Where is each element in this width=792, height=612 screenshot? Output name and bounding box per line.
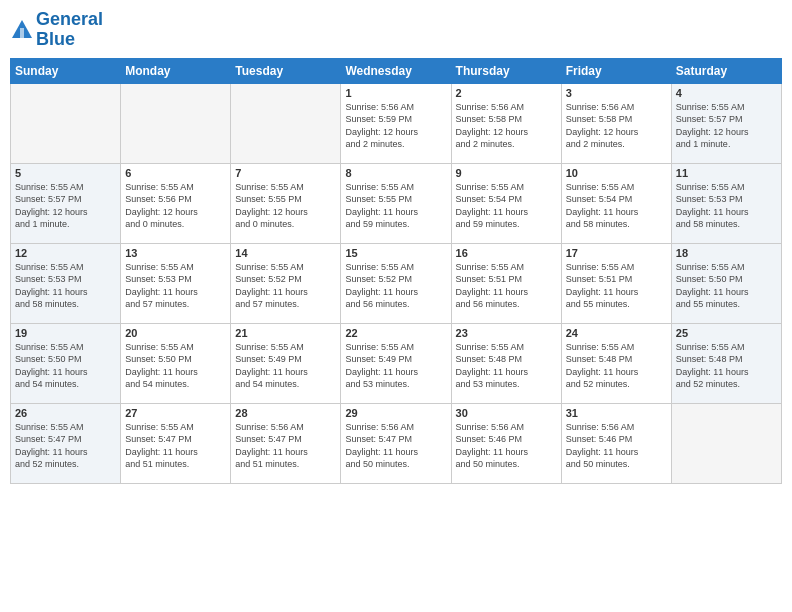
day-number: 27 — [125, 407, 226, 419]
calendar-cell: 16Sunrise: 5:55 AM Sunset: 5:51 PM Dayli… — [451, 243, 561, 323]
day-info: Sunrise: 5:56 AM Sunset: 5:58 PM Dayligh… — [566, 101, 667, 151]
week-row-5: 26Sunrise: 5:55 AM Sunset: 5:47 PM Dayli… — [11, 403, 782, 483]
week-row-4: 19Sunrise: 5:55 AM Sunset: 5:50 PM Dayli… — [11, 323, 782, 403]
day-info: Sunrise: 5:55 AM Sunset: 5:52 PM Dayligh… — [345, 261, 446, 311]
calendar-cell: 9Sunrise: 5:55 AM Sunset: 5:54 PM Daylig… — [451, 163, 561, 243]
day-info: Sunrise: 5:55 AM Sunset: 5:55 PM Dayligh… — [235, 181, 336, 231]
day-number: 4 — [676, 87, 777, 99]
day-info: Sunrise: 5:55 AM Sunset: 5:50 PM Dayligh… — [125, 341, 226, 391]
day-number: 31 — [566, 407, 667, 419]
calendar-cell — [11, 83, 121, 163]
day-info: Sunrise: 5:55 AM Sunset: 5:48 PM Dayligh… — [566, 341, 667, 391]
logo-icon — [10, 18, 34, 42]
day-info: Sunrise: 5:55 AM Sunset: 5:50 PM Dayligh… — [676, 261, 777, 311]
calendar-cell: 28Sunrise: 5:56 AM Sunset: 5:47 PM Dayli… — [231, 403, 341, 483]
day-number: 18 — [676, 247, 777, 259]
day-number: 19 — [15, 327, 116, 339]
calendar-cell: 12Sunrise: 5:55 AM Sunset: 5:53 PM Dayli… — [11, 243, 121, 323]
weekday-header-thursday: Thursday — [451, 58, 561, 83]
calendar-cell: 31Sunrise: 5:56 AM Sunset: 5:46 PM Dayli… — [561, 403, 671, 483]
day-info: Sunrise: 5:55 AM Sunset: 5:52 PM Dayligh… — [235, 261, 336, 311]
day-number: 9 — [456, 167, 557, 179]
calendar-cell — [231, 83, 341, 163]
logo: GeneralBlue — [10, 10, 103, 50]
calendar-cell: 6Sunrise: 5:55 AM Sunset: 5:56 PM Daylig… — [121, 163, 231, 243]
calendar-cell: 18Sunrise: 5:55 AM Sunset: 5:50 PM Dayli… — [671, 243, 781, 323]
day-info: Sunrise: 5:56 AM Sunset: 5:47 PM Dayligh… — [345, 421, 446, 471]
day-number: 15 — [345, 247, 446, 259]
weekday-header-saturday: Saturday — [671, 58, 781, 83]
svg-rect-1 — [20, 28, 24, 38]
day-info: Sunrise: 5:55 AM Sunset: 5:53 PM Dayligh… — [676, 181, 777, 231]
day-number: 8 — [345, 167, 446, 179]
day-number: 30 — [456, 407, 557, 419]
day-number: 3 — [566, 87, 667, 99]
day-info: Sunrise: 5:55 AM Sunset: 5:47 PM Dayligh… — [125, 421, 226, 471]
calendar-cell: 8Sunrise: 5:55 AM Sunset: 5:55 PM Daylig… — [341, 163, 451, 243]
day-info: Sunrise: 5:55 AM Sunset: 5:51 PM Dayligh… — [456, 261, 557, 311]
calendar-cell: 20Sunrise: 5:55 AM Sunset: 5:50 PM Dayli… — [121, 323, 231, 403]
day-number: 2 — [456, 87, 557, 99]
calendar-cell: 15Sunrise: 5:55 AM Sunset: 5:52 PM Dayli… — [341, 243, 451, 323]
calendar-table: SundayMondayTuesdayWednesdayThursdayFrid… — [10, 58, 782, 484]
day-info: Sunrise: 5:56 AM Sunset: 5:58 PM Dayligh… — [456, 101, 557, 151]
day-number: 23 — [456, 327, 557, 339]
day-info: Sunrise: 5:55 AM Sunset: 5:57 PM Dayligh… — [15, 181, 116, 231]
day-info: Sunrise: 5:55 AM Sunset: 5:56 PM Dayligh… — [125, 181, 226, 231]
weekday-header-friday: Friday — [561, 58, 671, 83]
day-number: 10 — [566, 167, 667, 179]
day-info: Sunrise: 5:55 AM Sunset: 5:51 PM Dayligh… — [566, 261, 667, 311]
calendar-cell: 23Sunrise: 5:55 AM Sunset: 5:48 PM Dayli… — [451, 323, 561, 403]
day-number: 7 — [235, 167, 336, 179]
day-info: Sunrise: 5:56 AM Sunset: 5:46 PM Dayligh… — [456, 421, 557, 471]
calendar-cell: 14Sunrise: 5:55 AM Sunset: 5:52 PM Dayli… — [231, 243, 341, 323]
header-row: SundayMondayTuesdayWednesdayThursdayFrid… — [11, 58, 782, 83]
weekday-header-monday: Monday — [121, 58, 231, 83]
week-row-3: 12Sunrise: 5:55 AM Sunset: 5:53 PM Dayli… — [11, 243, 782, 323]
day-info: Sunrise: 5:55 AM Sunset: 5:54 PM Dayligh… — [566, 181, 667, 231]
week-row-2: 5Sunrise: 5:55 AM Sunset: 5:57 PM Daylig… — [11, 163, 782, 243]
calendar-cell: 27Sunrise: 5:55 AM Sunset: 5:47 PM Dayli… — [121, 403, 231, 483]
calendar-cell: 19Sunrise: 5:55 AM Sunset: 5:50 PM Dayli… — [11, 323, 121, 403]
calendar-cell: 30Sunrise: 5:56 AM Sunset: 5:46 PM Dayli… — [451, 403, 561, 483]
day-number: 17 — [566, 247, 667, 259]
day-info: Sunrise: 5:55 AM Sunset: 5:53 PM Dayligh… — [15, 261, 116, 311]
day-info: Sunrise: 5:55 AM Sunset: 5:53 PM Dayligh… — [125, 261, 226, 311]
day-info: Sunrise: 5:55 AM Sunset: 5:48 PM Dayligh… — [676, 341, 777, 391]
calendar-cell: 26Sunrise: 5:55 AM Sunset: 5:47 PM Dayli… — [11, 403, 121, 483]
day-number: 1 — [345, 87, 446, 99]
day-number: 6 — [125, 167, 226, 179]
calendar-cell: 25Sunrise: 5:55 AM Sunset: 5:48 PM Dayli… — [671, 323, 781, 403]
calendar-cell — [671, 403, 781, 483]
day-info: Sunrise: 5:55 AM Sunset: 5:50 PM Dayligh… — [15, 341, 116, 391]
day-number: 16 — [456, 247, 557, 259]
day-info: Sunrise: 5:55 AM Sunset: 5:55 PM Dayligh… — [345, 181, 446, 231]
page-container: GeneralBlue SundayMondayTuesdayWednesday… — [0, 0, 792, 612]
calendar-cell: 21Sunrise: 5:55 AM Sunset: 5:49 PM Dayli… — [231, 323, 341, 403]
calendar-cell: 10Sunrise: 5:55 AM Sunset: 5:54 PM Dayli… — [561, 163, 671, 243]
day-number: 11 — [676, 167, 777, 179]
day-info: Sunrise: 5:55 AM Sunset: 5:47 PM Dayligh… — [15, 421, 116, 471]
calendar-cell: 11Sunrise: 5:55 AM Sunset: 5:53 PM Dayli… — [671, 163, 781, 243]
calendar-cell: 4Sunrise: 5:55 AM Sunset: 5:57 PM Daylig… — [671, 83, 781, 163]
day-number: 26 — [15, 407, 116, 419]
day-number: 20 — [125, 327, 226, 339]
logo-text: GeneralBlue — [36, 10, 103, 50]
page-header: GeneralBlue — [10, 10, 782, 50]
day-info: Sunrise: 5:56 AM Sunset: 5:46 PM Dayligh… — [566, 421, 667, 471]
calendar-cell: 7Sunrise: 5:55 AM Sunset: 5:55 PM Daylig… — [231, 163, 341, 243]
day-number: 21 — [235, 327, 336, 339]
day-info: Sunrise: 5:55 AM Sunset: 5:49 PM Dayligh… — [345, 341, 446, 391]
calendar-cell: 13Sunrise: 5:55 AM Sunset: 5:53 PM Dayli… — [121, 243, 231, 323]
calendar-cell: 22Sunrise: 5:55 AM Sunset: 5:49 PM Dayli… — [341, 323, 451, 403]
day-info: Sunrise: 5:56 AM Sunset: 5:59 PM Dayligh… — [345, 101, 446, 151]
calendar-cell: 24Sunrise: 5:55 AM Sunset: 5:48 PM Dayli… — [561, 323, 671, 403]
day-number: 25 — [676, 327, 777, 339]
day-number: 28 — [235, 407, 336, 419]
day-number: 22 — [345, 327, 446, 339]
day-info: Sunrise: 5:55 AM Sunset: 5:48 PM Dayligh… — [456, 341, 557, 391]
calendar-cell: 2Sunrise: 5:56 AM Sunset: 5:58 PM Daylig… — [451, 83, 561, 163]
day-number: 13 — [125, 247, 226, 259]
day-number: 5 — [15, 167, 116, 179]
weekday-header-tuesday: Tuesday — [231, 58, 341, 83]
